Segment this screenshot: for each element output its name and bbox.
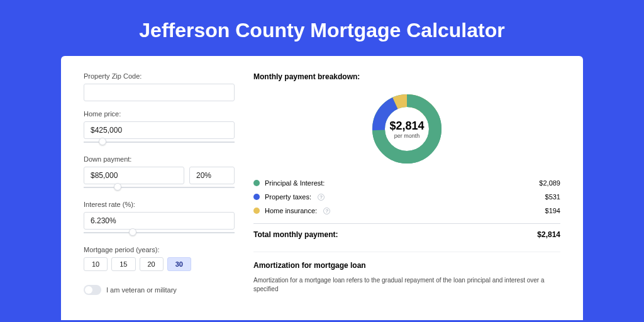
down-payment-slider[interactable] (84, 184, 235, 192)
donut-amount: $2,814 (389, 119, 424, 133)
interest-rate-input[interactable] (84, 212, 235, 230)
legend-label: Property taxes: (265, 193, 311, 201)
help-icon[interactable]: ? (318, 194, 325, 201)
legend-value: $2,089 (539, 179, 560, 187)
donut-chart: $2,814 per month (369, 91, 445, 167)
donut-sub: per month (394, 133, 420, 139)
total-row: Total monthly payment: $2,814 (253, 223, 560, 239)
total-value: $2,814 (537, 230, 560, 239)
slider-track (84, 142, 235, 143)
help-icon[interactable]: ? (323, 208, 330, 214)
veteran-label: I am veteran or military (106, 286, 177, 294)
legend: Principal & Interest: $2,089 Property ta… (253, 175, 560, 239)
total-label: Total monthly payment: (253, 230, 338, 239)
donut-chart-wrap: $2,814 per month (253, 85, 560, 175)
calculator-card: Property Zip Code: Home price: Down paym… (61, 56, 583, 320)
slider-track (84, 187, 235, 188)
amortization-title: Amortization for mortgage loan (253, 261, 560, 270)
legend-label: Principal & Interest: (265, 179, 325, 187)
down-payment-label: Down payment: (84, 155, 235, 163)
legend-dot-icon (253, 194, 260, 200)
home-price-input[interactable] (84, 121, 235, 139)
veteran-row: I am veteran or military (84, 285, 235, 295)
period-option[interactable]: 20 (140, 257, 164, 271)
legend-row-property-taxes: Property taxes: ? $531 (253, 193, 560, 201)
zip-input[interactable] (84, 84, 235, 101)
mortgage-period-label: Mortgage period (years): (84, 246, 235, 253)
down-payment-pct-input[interactable] (189, 167, 235, 184)
inputs-column: Property Zip Code: Home price: Down paym… (84, 72, 235, 320)
legend-dot-icon (253, 180, 260, 186)
home-price-slider[interactable] (84, 139, 235, 147)
down-payment-input[interactable] (84, 167, 184, 184)
home-price-label: Home price: (84, 110, 235, 118)
legend-dot-icon (253, 208, 260, 214)
amortization-body: Amortization for a mortgage loan refers … (253, 276, 560, 294)
slider-thumb[interactable] (129, 228, 136, 236)
slider-thumb[interactable] (99, 138, 106, 145)
interest-rate-slider[interactable] (84, 230, 235, 237)
period-option-active[interactable]: 30 (167, 257, 191, 271)
amortization-section: Amortization for mortgage loan Amortizat… (253, 252, 560, 294)
interest-rate-label: Interest rate (%): (84, 201, 235, 208)
breakdown-title: Monthly payment breakdown: (253, 72, 560, 81)
mortgage-period-group: 10 15 20 30 (84, 257, 235, 271)
slider-thumb[interactable] (114, 183, 121, 191)
slider-track (84, 232, 235, 233)
legend-row-principal-interest: Principal & Interest: $2,089 (253, 179, 560, 187)
zip-label: Property Zip Code: (84, 72, 235, 80)
page-title: Jefferson County Mortgage Calculator (0, 0, 644, 56)
legend-label: Home insurance: (265, 207, 317, 214)
veteran-toggle[interactable] (84, 285, 101, 295)
legend-value: $194 (545, 207, 560, 214)
toggle-knob (85, 286, 92, 294)
legend-row-home-insurance: Home insurance: ? $194 (253, 207, 560, 214)
donut-center: $2,814 per month (369, 91, 445, 167)
period-option[interactable]: 10 (84, 257, 108, 271)
period-option[interactable]: 15 (111, 257, 135, 271)
legend-value: $531 (545, 193, 560, 201)
results-column: Monthly payment breakdown: $2,814 per mo… (253, 72, 560, 320)
